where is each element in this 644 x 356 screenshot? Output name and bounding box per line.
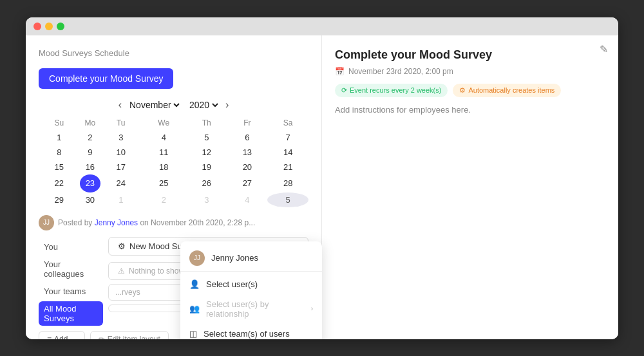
expand-dot[interactable] bbox=[57, 23, 64, 30]
calendar-day-16[interactable]: 16 bbox=[80, 160, 101, 174]
dropdown-menu: JJ Jenny Jones 👤 Select user(s) 👥 Select… bbox=[180, 241, 322, 339]
calendar-day-6[interactable]: 6 bbox=[227, 130, 267, 145]
day-header-we: We bbox=[141, 116, 186, 130]
content-area: ✎ Mood Surveys Schedule Complete your Mo… bbox=[26, 35, 618, 339]
dropdown-select-teams[interactable]: ◫ Select team(s) of users bbox=[180, 324, 322, 339]
relationship-icon: 👥 bbox=[189, 304, 200, 314]
calendar-day-9[interactable]: 9 bbox=[80, 145, 101, 160]
calendar-day-22[interactable]: 22 bbox=[39, 174, 80, 192]
new-mood-icon: ⚙ bbox=[118, 241, 126, 251]
calendar: ‹ November 2020 › Su Mo bbox=[39, 99, 308, 207]
avatar: JJ bbox=[39, 215, 54, 230]
day-header-th: Th bbox=[186, 116, 227, 130]
minimize-dot[interactable] bbox=[45, 23, 53, 30]
day-header-sa: Sa bbox=[267, 116, 308, 130]
tab-all-mood-surveys[interactable]: All Mood Surveys bbox=[39, 301, 103, 326]
calendar-day-17[interactable]: 17 bbox=[100, 160, 141, 174]
calendar-day-10[interactable]: 10 bbox=[100, 145, 141, 160]
calendar-day-21[interactable]: 21 bbox=[267, 160, 308, 174]
chevron-right-icon: › bbox=[311, 305, 313, 312]
badge-recurs: ⟳ Event recurs every 2 week(s) bbox=[335, 84, 448, 97]
calendar-day-2[interactable]: 2 bbox=[80, 130, 101, 145]
right-panel: Complete your Mood Survey 📅 November 23r… bbox=[322, 35, 618, 339]
edit-layout-button[interactable]: ✏ Edit item layout bbox=[90, 331, 169, 339]
posted-by: JJ Posted by Jenny Jones on November 20t… bbox=[39, 215, 308, 230]
dropdown-select-by-relationship: 👥 Select user(s) by relationship › bbox=[180, 294, 322, 324]
calendar-day-3: 3 bbox=[186, 192, 227, 207]
teams-icon: ◫ bbox=[189, 329, 197, 339]
calendar-day-5[interactable]: 5 bbox=[267, 192, 308, 207]
badges: ⟳ Event recurs every 2 week(s) ⚙ Automat… bbox=[335, 84, 605, 97]
calendar-grid: Su Mo Tu We Th Fr Sa 1234567891011121314… bbox=[39, 116, 308, 207]
dropdown-user-header: JJ Jenny Jones bbox=[180, 245, 322, 272]
gear-icon: ⚙ bbox=[459, 86, 466, 95]
tab-you[interactable]: You bbox=[39, 239, 103, 254]
close-dot[interactable] bbox=[33, 23, 41, 30]
year-select[interactable]: 2020 bbox=[187, 99, 220, 111]
tab-teams[interactable]: Your teams bbox=[39, 284, 103, 299]
calendar-day-2: 2 bbox=[141, 192, 186, 207]
recur-icon: ⟳ bbox=[341, 86, 347, 95]
calendar-day-29[interactable]: 29 bbox=[39, 192, 80, 207]
calendar-day-30[interactable]: 30 bbox=[80, 192, 101, 207]
calendar-day-23[interactable]: 23 bbox=[80, 174, 101, 192]
titlebar bbox=[26, 17, 618, 35]
author-link[interactable]: Jenny Jones bbox=[95, 218, 138, 227]
calendar-day-14[interactable]: 14 bbox=[267, 145, 308, 160]
calendar-header: ‹ November 2020 › bbox=[39, 99, 308, 111]
add-icon: ≡ bbox=[47, 335, 52, 339]
app-window: ✎ Mood Surveys Schedule Complete your Mo… bbox=[26, 17, 618, 339]
dropdown-user-name: Jenny Jones bbox=[211, 253, 258, 263]
add-button[interactable]: ≡ Add ... bbox=[39, 331, 85, 339]
prev-month-button[interactable]: ‹ bbox=[118, 99, 122, 111]
event-title: Complete your Mood Survey bbox=[335, 48, 605, 62]
day-header-fr: Fr bbox=[227, 116, 267, 130]
instructions: Add instructions for employees here. bbox=[335, 105, 605, 115]
event-date: 📅 November 23rd 2020, 2:00 pm bbox=[335, 67, 605, 76]
edit-pencil-icon: ✏ bbox=[99, 335, 105, 339]
calendar-day-18[interactable]: 18 bbox=[141, 160, 186, 174]
sidebar-tabs: You Your colleagues Your teams All Mood … bbox=[39, 237, 103, 326]
badge-auto: ⚙ Automatically creates items bbox=[453, 84, 561, 97]
calendar-day-1: 1 bbox=[100, 192, 141, 207]
calendar-day-15[interactable]: 15 bbox=[39, 160, 80, 174]
calendar-day-7[interactable]: 7 bbox=[267, 130, 308, 145]
tab-colleagues[interactable]: Your colleagues bbox=[39, 257, 103, 281]
posted-by-text: Posted by Jenny Jones on November 20th 2… bbox=[58, 218, 255, 227]
day-header-mo: Mo bbox=[80, 116, 101, 130]
next-month-button[interactable]: › bbox=[225, 99, 229, 111]
dropdown-select-users[interactable]: 👤 Select user(s) bbox=[180, 274, 322, 294]
calendar-day-1[interactable]: 1 bbox=[39, 130, 80, 145]
day-header-su: Su bbox=[39, 116, 80, 130]
calendar-day-28[interactable]: 28 bbox=[267, 174, 308, 192]
calendar-day-25[interactable]: 25 bbox=[141, 174, 186, 192]
month-select[interactable]: November bbox=[127, 99, 182, 111]
calendar-icon: 📅 bbox=[335, 67, 345, 76]
calendar-day-12[interactable]: 12 bbox=[186, 145, 227, 160]
complete-mood-survey-button[interactable]: Complete your Mood Survey bbox=[39, 68, 173, 89]
calendar-day-20[interactable]: 20 bbox=[227, 160, 267, 174]
calendar-day-4[interactable]: 4 bbox=[141, 130, 186, 145]
calendar-day-5[interactable]: 5 bbox=[186, 130, 227, 145]
select-users-icon: 👤 bbox=[189, 279, 200, 289]
calendar-day-4: 4 bbox=[227, 192, 267, 207]
calendar-day-26[interactable]: 26 bbox=[186, 174, 227, 192]
day-header-tu: Tu bbox=[100, 116, 141, 130]
calendar-day-11[interactable]: 11 bbox=[141, 145, 186, 160]
calendar-day-13[interactable]: 13 bbox=[227, 145, 267, 160]
section-title: Mood Surveys Schedule bbox=[39, 48, 308, 58]
warning-icon: ⚠ bbox=[118, 267, 125, 276]
calendar-day-3[interactable]: 3 bbox=[100, 130, 141, 145]
calendar-day-27[interactable]: 27 bbox=[227, 174, 267, 192]
calendar-day-24[interactable]: 24 bbox=[100, 174, 141, 192]
calendar-day-8[interactable]: 8 bbox=[39, 145, 80, 160]
dropdown-avatar: JJ bbox=[189, 250, 205, 266]
calendar-day-19[interactable]: 19 bbox=[186, 160, 227, 174]
main-content: Mood Surveys Schedule Complete your Mood… bbox=[26, 35, 618, 339]
